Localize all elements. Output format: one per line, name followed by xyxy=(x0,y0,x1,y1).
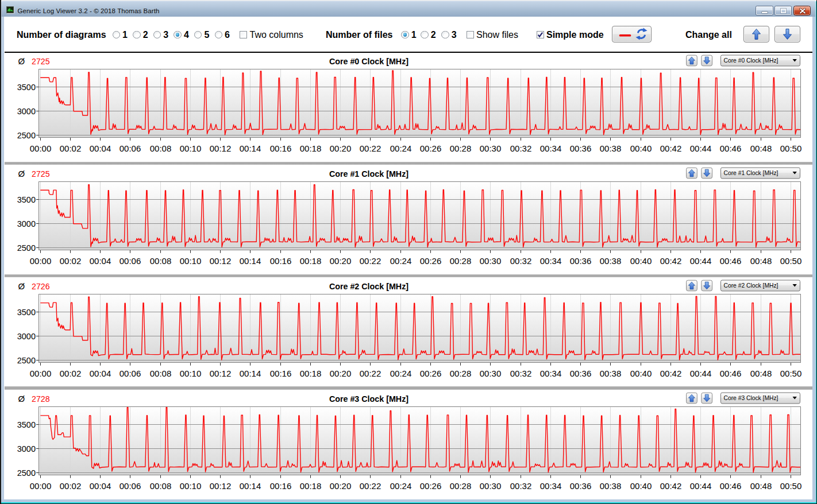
svg-text:00:48: 00:48 xyxy=(750,256,772,266)
svg-text:00:50: 00:50 xyxy=(780,481,802,491)
svg-text:00:28: 00:28 xyxy=(450,256,472,266)
svg-text:00:16: 00:16 xyxy=(270,256,292,266)
svg-text:00:24: 00:24 xyxy=(390,144,412,153)
svg-text:00:38: 00:38 xyxy=(600,481,622,491)
svg-text:00:34: 00:34 xyxy=(540,481,562,491)
svg-text:Core #0 Clock [MHz]: Core #0 Clock [MHz] xyxy=(724,57,779,64)
svg-text:00:32: 00:32 xyxy=(510,481,532,491)
svg-text:00:00: 00:00 xyxy=(30,256,52,266)
svg-text:3500: 3500 xyxy=(17,83,36,92)
svg-text:Core #2 Clock [MHz]: Core #2 Clock [MHz] xyxy=(724,282,779,289)
svg-text:00:20: 00:20 xyxy=(330,369,352,378)
svg-text:00:46: 00:46 xyxy=(720,369,742,378)
svg-text:00:30: 00:30 xyxy=(480,144,502,153)
svg-text:00:04: 00:04 xyxy=(90,369,111,378)
svg-text:00:00: 00:00 xyxy=(30,481,52,491)
svg-text:00:42: 00:42 xyxy=(660,256,682,266)
svg-text:00:08: 00:08 xyxy=(150,481,172,491)
svg-text:00:42: 00:42 xyxy=(660,369,682,378)
svg-text:00:36: 00:36 xyxy=(570,481,592,491)
svg-text:00:40: 00:40 xyxy=(630,369,652,378)
svg-text:00:44: 00:44 xyxy=(690,256,712,266)
svg-text:00:02: 00:02 xyxy=(60,481,82,491)
svg-text:00:48: 00:48 xyxy=(750,481,772,491)
svg-text:00:48: 00:48 xyxy=(750,144,772,153)
svg-text:00:10: 00:10 xyxy=(180,369,202,378)
svg-text:00:24: 00:24 xyxy=(390,481,412,491)
svg-text:00:20: 00:20 xyxy=(330,481,352,491)
svg-text:Core #3 Clock [MHz]: Core #3 Clock [MHz] xyxy=(329,394,408,404)
svg-text:Ø: Ø xyxy=(18,56,25,66)
svg-text:2725: 2725 xyxy=(32,57,50,66)
svg-text:Core #0 Clock [MHz]: Core #0 Clock [MHz] xyxy=(329,57,408,66)
svg-text:00:12: 00:12 xyxy=(210,144,232,153)
svg-text:00:00: 00:00 xyxy=(30,144,52,153)
svg-text:00:48: 00:48 xyxy=(750,369,772,378)
svg-text:00:50: 00:50 xyxy=(780,256,802,266)
svg-text:00:40: 00:40 xyxy=(630,256,652,266)
svg-text:Ø: Ø xyxy=(18,281,25,291)
svg-text:00:28: 00:28 xyxy=(450,144,472,153)
svg-text:00:10: 00:10 xyxy=(180,256,202,266)
svg-text:00:32: 00:32 xyxy=(510,144,532,153)
svg-text:00:38: 00:38 xyxy=(600,144,622,153)
svg-text:00:42: 00:42 xyxy=(660,481,682,491)
svg-text:00:18: 00:18 xyxy=(300,256,322,266)
svg-text:00:44: 00:44 xyxy=(690,144,712,153)
svg-text:00:12: 00:12 xyxy=(210,256,232,266)
svg-text:00:06: 00:06 xyxy=(120,144,141,153)
svg-text:00:14: 00:14 xyxy=(240,369,261,378)
svg-text:00:44: 00:44 xyxy=(690,481,712,491)
svg-text:Core #2 Clock [MHz]: Core #2 Clock [MHz] xyxy=(329,282,408,291)
svg-text:00:26: 00:26 xyxy=(420,481,442,491)
svg-text:2500: 2500 xyxy=(17,468,36,478)
svg-text:00:08: 00:08 xyxy=(150,256,172,266)
svg-text:3500: 3500 xyxy=(17,308,36,317)
svg-text:00:18: 00:18 xyxy=(300,481,322,491)
svg-text:00:38: 00:38 xyxy=(600,369,622,378)
svg-text:Core #1 Clock [MHz]: Core #1 Clock [MHz] xyxy=(724,170,779,176)
svg-text:00:18: 00:18 xyxy=(300,369,322,378)
svg-text:00:24: 00:24 xyxy=(390,256,412,266)
svg-text:00:06: 00:06 xyxy=(120,256,141,266)
svg-text:00:10: 00:10 xyxy=(180,481,202,491)
svg-text:00:46: 00:46 xyxy=(720,481,742,491)
svg-text:00:34: 00:34 xyxy=(540,369,562,378)
svg-text:00:34: 00:34 xyxy=(540,256,562,266)
svg-text:3000: 3000 xyxy=(17,332,36,341)
svg-text:00:30: 00:30 xyxy=(480,369,502,378)
svg-text:00:22: 00:22 xyxy=(360,369,381,378)
svg-text:00:12: 00:12 xyxy=(210,481,232,491)
svg-text:00:38: 00:38 xyxy=(600,256,622,266)
svg-text:00:40: 00:40 xyxy=(630,144,652,153)
svg-text:00:18: 00:18 xyxy=(300,144,322,153)
svg-text:00:10: 00:10 xyxy=(180,144,202,153)
svg-text:00:50: 00:50 xyxy=(780,144,802,153)
svg-text:00:14: 00:14 xyxy=(240,144,261,153)
svg-text:2500: 2500 xyxy=(17,131,36,140)
svg-text:00:06: 00:06 xyxy=(120,369,141,378)
svg-text:00:46: 00:46 xyxy=(720,256,742,266)
svg-text:00:28: 00:28 xyxy=(450,481,472,491)
svg-text:00:36: 00:36 xyxy=(570,256,592,266)
svg-text:00:42: 00:42 xyxy=(660,144,682,153)
svg-text:00:34: 00:34 xyxy=(540,144,562,153)
svg-text:00:24: 00:24 xyxy=(390,369,412,378)
svg-text:2500: 2500 xyxy=(17,243,36,253)
svg-text:Ø: Ø xyxy=(18,169,25,179)
svg-text:2728: 2728 xyxy=(32,394,50,404)
svg-text:00:14: 00:14 xyxy=(240,481,261,491)
svg-text:3000: 3000 xyxy=(17,444,36,453)
svg-text:2500: 2500 xyxy=(17,356,36,365)
svg-text:00:02: 00:02 xyxy=(60,256,82,266)
svg-text:00:30: 00:30 xyxy=(480,256,502,266)
svg-text:00:36: 00:36 xyxy=(570,369,592,378)
svg-text:00:04: 00:04 xyxy=(90,144,111,153)
svg-text:00:22: 00:22 xyxy=(360,481,381,491)
svg-text:00:16: 00:16 xyxy=(270,481,292,491)
svg-text:00:30: 00:30 xyxy=(480,481,502,491)
svg-text:00:40: 00:40 xyxy=(630,481,652,491)
svg-text:00:22: 00:22 xyxy=(360,144,381,153)
svg-text:2726: 2726 xyxy=(32,282,50,291)
svg-text:00:02: 00:02 xyxy=(60,369,82,378)
